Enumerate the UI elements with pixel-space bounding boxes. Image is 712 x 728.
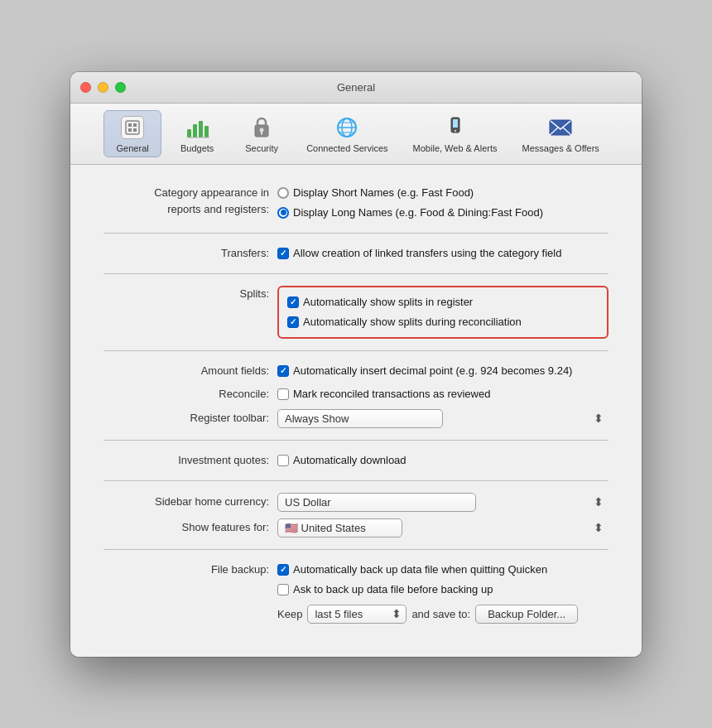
security-icon [248, 114, 275, 141]
splits-controls: Automatically show splits in register Au… [277, 286, 609, 339]
tab-mobile-web-alerts-label: Mobile, Web & Alerts [413, 143, 498, 153]
transfers-checkbox[interactable] [277, 248, 289, 259]
svg-rect-2 [133, 123, 137, 127]
investment-quotes-controls: Automatically download [277, 452, 609, 469]
separator-3 [103, 350, 609, 351]
tab-connected-services[interactable]: Connected Services [297, 110, 397, 157]
separator-2 [103, 273, 609, 274]
decimal-check-row[interactable]: Automatically insert decimal point (e.g.… [277, 363, 609, 379]
category-appearance-controls: Display Short Names (e.g. Fast Food) Dis… [277, 185, 609, 221]
transfers-label: Transfers: [103, 245, 277, 262]
splits-register-label: Automatically show splits in register [303, 294, 473, 311]
reconcile-label: Reconcile: [103, 386, 277, 403]
splits-row: Splits: Automatically show splits in reg… [103, 286, 609, 339]
file-backup-row: File backup: Automatically back up data … [103, 562, 609, 624]
auto-backup-label: Automatically back up data file when qui… [293, 562, 547, 578]
investment-quotes-row: Investment quotes: Automatically downloa… [103, 452, 609, 469]
amount-fields-label: Amount fields: [103, 363, 277, 379]
ask-backup-label: Ask to back up data file before backing … [293, 581, 493, 598]
auto-download-row[interactable]: Automatically download [277, 452, 609, 469]
svg-rect-6 [193, 124, 197, 137]
toolbar: General Budgets [70, 104, 642, 165]
country-select[interactable]: 🇺🇸 United States 🇨🇦 Canada 🇬🇧 United Kin… [277, 518, 402, 538]
amount-fields-controls: Automatically insert decimal point (e.g.… [277, 363, 609, 379]
file-backup-label: File backup: [103, 562, 277, 578]
splits-register-checkbox[interactable] [287, 297, 299, 308]
long-names-label: Display Long Names (e.g. Food & Dining:F… [293, 205, 543, 221]
decimal-label: Automatically insert decimal point (e.g.… [293, 363, 572, 379]
maximize-button[interactable] [115, 82, 126, 93]
register-toolbar-row: Register toolbar: Always Show Show on Ho… [103, 409, 609, 428]
backup-folder-button[interactable]: Backup Folder... [475, 605, 578, 624]
investment-quotes-label: Investment quotes: [103, 452, 277, 469]
reconcile-row: Reconcile: Mark reconciled transactions … [103, 386, 609, 403]
auto-backup-checkbox[interactable] [277, 564, 289, 576]
splits-highlighted-box: Automatically show splits in register Au… [277, 286, 609, 339]
ask-backup-checkbox[interactable] [277, 584, 289, 595]
short-names-radio[interactable] [277, 187, 289, 199]
svg-point-20 [454, 129, 455, 131]
transfers-check-row[interactable]: Allow creation of linked transfers using… [277, 245, 609, 262]
close-button[interactable] [80, 82, 91, 93]
svg-rect-0 [126, 121, 139, 134]
general-icon [119, 114, 146, 141]
tab-budgets-label: Budgets [180, 143, 214, 153]
separator-1 [103, 233, 609, 234]
short-names-option[interactable]: Display Short Names (e.g. Fast Food) [277, 185, 609, 201]
tab-messages-offers-label: Messages & Offers [522, 143, 599, 153]
currency-label: Sidebar home currency: [103, 494, 277, 510]
separator-5 [103, 480, 609, 481]
tab-general[interactable]: General [103, 110, 161, 157]
currency-select-wrapper: US Dollar Euro British Pound Canadian Do… [277, 493, 609, 512]
short-names-label: Display Short Names (e.g. Fast Food) [293, 185, 474, 201]
auto-download-label: Automatically download [293, 452, 407, 469]
tab-budgets[interactable]: Budgets [168, 110, 226, 157]
show-features-row: Show features for: 🇺🇸 United States 🇨🇦 C… [103, 518, 609, 538]
category-appearance-row: Category appearance inreports and regist… [103, 185, 609, 221]
tab-mobile-web-alerts[interactable]: Mobile, Web & Alerts [404, 110, 507, 157]
keep-select-wrapper: last 1 file last 5 files last 10 files ⬍ [307, 605, 407, 624]
transfers-row: Transfers: Allow creation of linked tran… [103, 245, 609, 262]
keep-row: Keep last 1 file last 5 files last 10 fi… [277, 605, 609, 624]
register-toolbar-label: Register toolbar: [103, 410, 277, 427]
keep-label: Keep [277, 608, 302, 620]
svg-rect-5 [187, 129, 191, 137]
auto-backup-row[interactable]: Automatically back up data file when qui… [277, 562, 609, 578]
currency-controls: US Dollar Euro British Pound Canadian Do… [277, 493, 609, 512]
country-arrow-icon: ⬍ [594, 521, 604, 534]
show-features-label: Show features for: [103, 519, 277, 536]
tab-security[interactable]: Security [233, 110, 291, 157]
svg-rect-4 [133, 128, 137, 132]
register-toolbar-controls: Always Show Show on Hover Never Show ⬍ [277, 409, 609, 428]
splits-reconciliation-checkbox[interactable] [287, 316, 299, 328]
splits-label: Splits: [103, 286, 277, 302]
connected-services-icon [334, 114, 360, 141]
currency-arrow-icon: ⬍ [594, 495, 604, 509]
register-toolbar-select-wrapper: Always Show Show on Hover Never Show ⬍ [277, 409, 609, 428]
show-features-controls: 🇺🇸 United States 🇨🇦 Canada 🇬🇧 United Kin… [277, 518, 609, 538]
svg-rect-7 [199, 121, 203, 137]
tab-messages-offers[interactable]: Messages & Offers [513, 110, 609, 157]
svg-rect-8 [204, 126, 209, 137]
splits-reconciliation-row[interactable]: Automatically show splits during reconci… [287, 314, 599, 330]
reconcile-checkbox[interactable] [277, 388, 289, 400]
reconcile-check-row[interactable]: Mark reconciled transactions as reviewed [277, 386, 609, 403]
decimal-checkbox[interactable] [277, 365, 289, 377]
register-toolbar-arrow-icon: ⬍ [594, 412, 604, 425]
long-names-radio[interactable] [277, 207, 289, 219]
auto-download-checkbox[interactable] [277, 455, 289, 466]
mobile-icon [442, 114, 469, 141]
ask-backup-row[interactable]: Ask to back up data file before backing … [277, 581, 609, 598]
currency-select[interactable]: US Dollar Euro British Pound Canadian Do… [277, 493, 476, 512]
minimize-button[interactable] [98, 82, 108, 93]
register-toolbar-select[interactable]: Always Show Show on Hover Never Show [277, 409, 443, 428]
keep-select[interactable]: last 1 file last 5 files last 10 files [307, 605, 407, 624]
file-backup-controls: Automatically back up data file when qui… [277, 562, 609, 624]
separator-4 [103, 440, 609, 441]
svg-rect-3 [128, 128, 132, 132]
currency-row: Sidebar home currency: US Dollar Euro Br… [103, 493, 609, 512]
tab-connected-services-label: Connected Services [306, 143, 387, 153]
long-names-option[interactable]: Display Long Names (e.g. Food & Dining:F… [277, 205, 609, 221]
splits-register-row[interactable]: Automatically show splits in register [287, 294, 599, 311]
main-window: General General [70, 72, 642, 657]
